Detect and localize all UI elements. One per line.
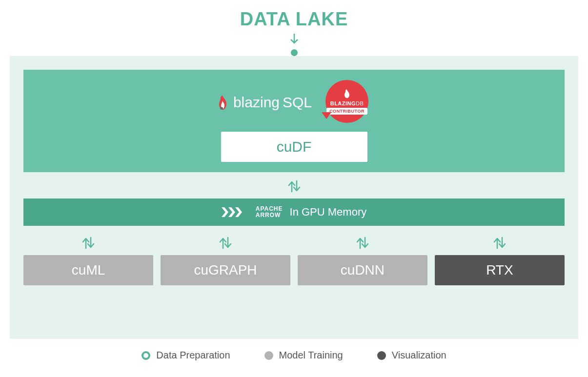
bidirectional-arrow-icon [354,236,371,250]
col-cuml: cuML [23,231,153,285]
apache-arrow-bar: APACHE ARROW In GPU Memory [23,198,565,226]
blazingsql-block: blazingSQL BLAZINGDB CONTRIBUTOR cuD [23,70,565,172]
dot-icon [291,49,298,56]
legend-train: Model Training [264,350,343,361]
pill-cugraph: cuGRAPH [161,255,290,285]
contributor-badge: BLAZINGDB CONTRIBUTOR [325,80,370,125]
diagram-canvas: blazingSQL BLAZINGDB CONTRIBUTOR cuD [10,56,578,339]
svg-marker-4 [222,207,228,217]
bidirectional-arrow-icon [80,236,97,250]
col-cugraph: cuGRAPH [161,231,290,285]
pill-rtx: RTX [435,255,565,285]
badge-brand-light: DB [356,100,364,106]
legend-viz: Visualization [377,350,446,361]
svg-marker-5 [228,207,235,217]
svg-marker-6 [235,207,242,217]
dark-dot-icon [377,351,386,360]
legend-train-label: Model Training [279,350,343,361]
pill-cuml: cuML [23,255,153,285]
cudf-box: cuDF [221,132,367,162]
arrow-down-icon [0,34,588,46]
svg-point-1 [220,107,223,110]
apache-arrow-label: APACHE ARROW [256,206,283,218]
legend-viz-label: Visualization [392,350,446,361]
grey-dot-icon [264,351,273,360]
flame-icon [218,94,228,111]
badge-brand-bold: BLAZING [330,100,356,106]
chevrons-icon [222,206,249,218]
brand-suffix: SQL [283,94,312,111]
bidirectional-arrow-icon [23,179,565,194]
brand-row: blazingSQL BLAZINGDB CONTRIBUTOR [218,80,370,125]
col-cudnn: cuDNN [298,231,427,285]
bidirectional-arrow-icon [217,236,234,250]
apache-bottom: ARROW [256,212,283,218]
brand-label: blazingSQL [218,94,312,111]
bidirectional-arrow-icon [491,236,508,250]
pill-cudnn: cuDNN [298,255,427,285]
gpu-memory-label: In GPU Memory [290,206,367,218]
bottom-row: cuML cuGRAPH cuDNN [23,231,565,285]
legend-prep-label: Data Preparation [156,350,230,361]
brand-prefix: blazing [233,94,280,111]
col-rtx: RTX [435,231,565,285]
legend: Data Preparation Model Training Visualiz… [0,350,588,361]
badge-triangle-icon [322,112,331,119]
mini-flame-icon [344,89,350,99]
page-title: DATA LAKE [0,0,588,30]
legend-prep: Data Preparation [142,350,230,361]
ring-icon [142,351,150,360]
badge-label: CONTRIBUTOR [326,108,367,115]
